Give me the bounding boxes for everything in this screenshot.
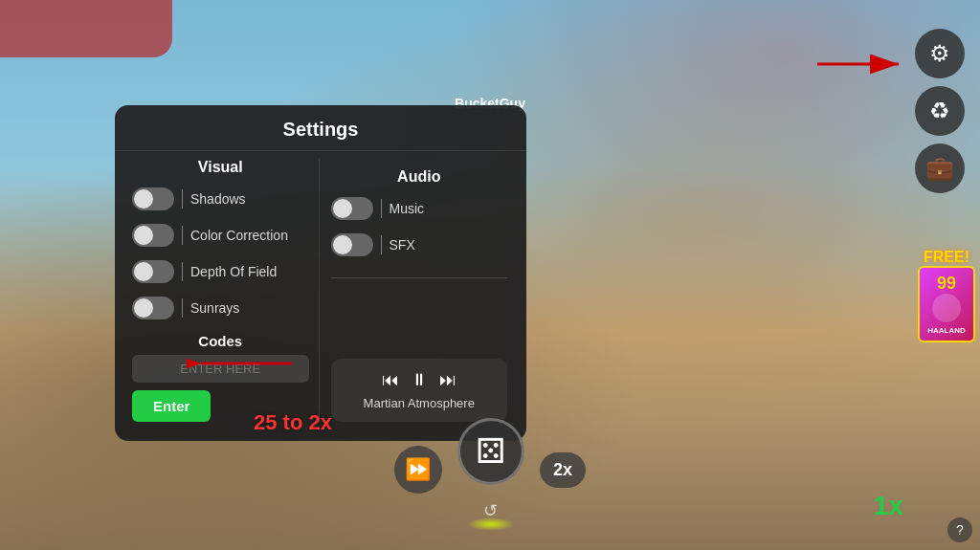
free-label: FREE! — [918, 249, 975, 266]
enter-arrow — [187, 344, 301, 383]
dice-glow — [467, 517, 515, 531]
prev-track-button[interactable]: ⏮ — [382, 370, 399, 390]
enter-button[interactable]: Enter — [132, 390, 211, 422]
depth-of-field-toggle[interactable] — [132, 260, 174, 283]
divider — [182, 189, 183, 209]
sunrays-row: Sunrays — [132, 297, 309, 319]
sfx-toggle[interactable] — [331, 233, 373, 256]
depth-of-field-label: Depth Of Field — [190, 264, 277, 279]
fast-forward-button[interactable]: ⏩ — [394, 446, 442, 494]
multiplier-hint: 25 to 2x — [254, 410, 332, 435]
sunrays-toggle[interactable] — [132, 297, 174, 319]
player-card[interactable]: 99 HAALAND — [918, 266, 975, 342]
settings-panel: Settings Visual Shadows Color Correction… — [115, 105, 526, 441]
card-player-name: HAALAND — [927, 326, 966, 335]
color-correction-toggle[interactable] — [132, 224, 174, 247]
sfx-row: SFX — [331, 233, 508, 256]
music-toggle[interactable] — [331, 197, 373, 220]
shadows-row: Shadows — [132, 187, 309, 210]
depth-of-field-row: Depth Of Field — [132, 260, 309, 283]
dice-icon: ⚄ — [476, 431, 505, 472]
music-label: Music — [390, 201, 425, 216]
audio-header: Audio — [331, 168, 508, 186]
briefcase-button[interactable]: 💼 — [915, 143, 965, 193]
color-correction-label: Color Correction — [190, 228, 288, 243]
dice-button[interactable]: ⚄ — [457, 418, 524, 485]
sunrays-label: Sunrays — [190, 300, 239, 316]
bottom-hud: ⏩ ⚄ ↺ 2x — [394, 418, 586, 521]
next-track-button[interactable]: ⏭ — [439, 370, 457, 390]
music-row: Music — [331, 197, 508, 220]
settings-title: Settings — [115, 105, 526, 151]
color-correction-row: Color Correction — [132, 224, 309, 247]
gear-arrow — [808, 40, 923, 88]
card-figure — [932, 294, 961, 322]
divider — [182, 298, 183, 318]
shadows-label: Shadows — [190, 191, 246, 207]
track-name: Martian Atmosphere — [346, 396, 493, 410]
free-card-section: FREE! 99 HAALAND — [918, 249, 975, 342]
divider — [182, 262, 183, 281]
divider — [381, 235, 382, 254]
audio-section: Audio Music SFX ⏮ ⏸ ⏭ Martian Atmospher — [319, 159, 520, 422]
fast-forward-icon: ⏩ — [405, 457, 431, 482]
shadows-toggle[interactable] — [132, 187, 174, 210]
divider — [182, 226, 183, 245]
audio-player: ⏮ ⏸ ⏭ Martian Atmosphere — [331, 359, 508, 422]
visual-header: Visual — [132, 159, 309, 176]
card-rating: 99 — [937, 275, 956, 292]
sfx-label: SFX — [390, 237, 415, 253]
divider — [381, 199, 382, 218]
top-left-decor — [0, 0, 172, 57]
recycle-button[interactable]: ♻ — [915, 86, 965, 136]
pause-button[interactable]: ⏸ — [411, 370, 428, 390]
multiplier-1x: 1x — [874, 491, 903, 521]
help-button[interactable]: ? — [947, 517, 972, 542]
player-controls: ⏮ ⏸ ⏭ — [346, 370, 493, 390]
multiplier-2x: 2x — [540, 452, 586, 488]
